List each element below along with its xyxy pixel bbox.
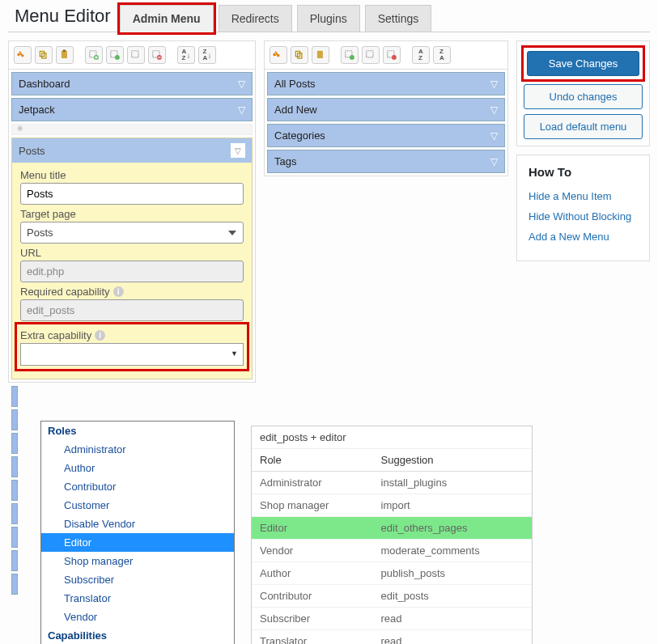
howto-title: How To [529,165,638,179]
submenu-label: Categories [274,129,325,142]
delete-submenu-icon[interactable] [383,46,401,64]
required-capability-input [20,299,244,321]
sort-az-icon[interactable]: AZ↓ [177,46,195,64]
svg-point-15 [350,55,354,60]
separator-icon[interactable] [127,46,145,64]
table-row[interactable]: Shop managerimport [252,494,532,517]
svg-rect-13 [317,51,323,58]
tab-settings[interactable]: Settings [365,5,432,32]
tab-plugins[interactable]: Plugins [297,5,360,32]
svg-rect-2 [62,51,67,58]
sort-az-icon[interactable]: AZ [412,46,430,64]
submenu-item[interactable]: Add New▽ [267,98,505,121]
dropdown-group: Roles [41,422,234,440]
table-row[interactable]: Editoredit_others_pages [252,517,532,540]
sort-za-icon[interactable]: ZA [433,46,451,64]
paste-icon[interactable] [56,46,74,64]
svg-point-7 [115,55,120,60]
dropdown-option[interactable]: Subscriber [41,570,234,589]
capability-dropdown[interactable]: Roles Administrator Author Contributor C… [40,421,235,644]
copy-icon[interactable] [35,46,53,64]
dropdown-option[interactable]: Customer [41,496,234,515]
load-default-button[interactable]: Load default menu [524,114,643,139]
new-menu-icon[interactable] [85,46,103,64]
menu-item-jetpack[interactable]: Jetpack▽ [11,98,253,121]
left-toolbar: AZ↓ ZA↓ [9,41,255,70]
info-icon[interactable]: i [113,286,124,297]
submenu-item[interactable]: Categories▽ [267,124,505,147]
chevron-down-icon: ▽ [238,104,245,116]
svg-point-18 [392,55,397,60]
submenu-label: Add New [274,104,317,116]
dropdown-group: Capabilities [41,626,234,644]
info-icon[interactable]: i [95,330,105,341]
new-submenu-icon[interactable] [341,46,359,64]
submenu-item[interactable]: All Posts▽ [267,72,505,95]
copy-icon[interactable] [291,46,308,64]
dropdown-option[interactable]: Author [41,459,234,477]
table-row[interactable]: Translatorread [252,630,532,645]
menu-separator[interactable] [11,124,253,135]
extra-capability-select[interactable] [20,343,244,366]
table-row[interactable]: Contributoredit_posts [252,585,532,608]
suggestion-header: edit_posts + editor [252,426,532,449]
hide-menu-icon[interactable] [106,46,124,64]
dropdown-option[interactable]: Shop manager [41,552,234,570]
target-page-label: Target page [20,208,244,220]
menu-title-input[interactable] [20,183,244,205]
cut-icon[interactable] [14,46,32,64]
page-title: Menu Editor [8,6,117,32]
howto-link[interactable]: Hide a Menu Item [529,190,638,202]
dropdown-option[interactable]: Vendor [41,608,234,626]
submenu-column: AZ ZA All Posts▽ Add New▽ Categories▽ Ta… [264,40,508,176]
sort-za-icon[interactable]: ZA↓ [198,46,216,64]
menu-title-label: Menu title [20,169,244,181]
submenu-label: Tags [274,155,296,167]
svg-rect-16 [367,51,373,57]
extra-capability-label: Extra capabilityi [20,329,244,341]
tab-redirects[interactable]: Redirects [219,5,292,32]
svg-rect-3 [63,50,66,52]
suggestion-panel: edit_posts + editor RoleSuggestion Admin… [251,426,533,644]
chevron-down-icon: ▽ [490,156,498,167]
cut-icon[interactable] [270,46,287,64]
url-label: URL [20,247,244,259]
hide-submenu-icon[interactable] [362,46,380,64]
table-row[interactable]: Administratorinstall_plugins [252,472,532,494]
submenu-toolbar: AZ ZA [265,41,507,70]
chevron-down-icon: ▽ [490,78,498,90]
paste-icon[interactable] [312,46,329,64]
howto-box: How To Hide a Menu Item Hide Without Blo… [516,155,650,261]
dropdown-option[interactable]: Contributor [41,477,234,496]
table-row[interactable]: Authorpublish_posts [252,562,532,585]
chevron-down-icon: ▽ [490,104,498,116]
dropdown-option[interactable]: Administrator [41,440,234,459]
chevron-down-icon: ▽ [238,78,245,90]
dropdown-option[interactable]: Disable Vendor [41,515,234,533]
table-row[interactable]: Vendormoderate_comments [252,540,532,562]
target-page-select[interactable]: Posts [20,222,244,244]
howto-link[interactable]: Hide Without Blocking [529,210,638,222]
edit-panel-title: Posts [19,145,45,157]
col-role: Role [252,449,373,472]
tab-admin-menu[interactable]: Admin Menu [120,5,214,32]
submenu-item[interactable]: Tags▽ [267,150,505,173]
svg-rect-8 [132,51,138,57]
chevron-down-icon: ▽ [490,130,498,142]
left-column: AZ↓ ZA↓ Dashboard▽ Jetpack▽ Posts ▽ Menu… [8,40,256,383]
save-button[interactable]: Save Changes [527,51,639,76]
collapse-icon[interactable]: ▽ [231,143,245,158]
col-suggestion: Suggestion [373,449,532,472]
menu-edit-panel: Posts ▽ Menu title Target page Posts URL… [11,138,253,379]
menu-item-dashboard[interactable]: Dashboard▽ [11,72,253,95]
dropdown-option[interactable]: Translator [41,589,234,608]
submenu-label: All Posts [274,78,316,90]
delete-menu-icon[interactable] [148,46,166,64]
menu-item-label: Dashboard [19,78,70,90]
dropdown-option-editor[interactable]: Editor [41,533,234,552]
menu-item-label: Jetpack [19,104,55,116]
table-row[interactable]: Subscriberread [252,608,532,630]
required-capability-label: Required capabilityi [20,286,244,298]
howto-link[interactable]: Add a New Menu [529,231,638,243]
undo-button[interactable]: Undo changes [524,84,643,109]
